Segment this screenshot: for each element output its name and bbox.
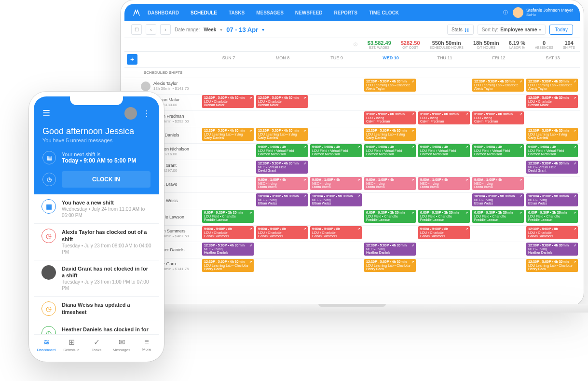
day-header[interactable]: FRI 12 — [472, 52, 526, 67]
day-cell[interactable]: ⇗ 12:30P - 5:00P • 4h 30minLDU Learning … — [526, 78, 580, 94]
day-cell[interactable] — [310, 95, 364, 110]
day-cell[interactable] — [364, 193, 418, 209]
day-cell[interactable]: ⇗ 12:30P - 5:00P • 8hLDU • CharlotteGalv… — [526, 226, 580, 242]
day-cell[interactable]: ⇗ 9:00P - 1:00A • 4hLDU Field • Virtual … — [526, 144, 580, 160]
day-cell[interactable]: ⇗ 12:30P - 5:00P • 4h 30minLDU Learning … — [364, 78, 418, 94]
day-cell[interactable] — [256, 259, 310, 274]
day-cell[interactable] — [364, 95, 418, 110]
day-cell[interactable]: ⇗ 12:30P - 5:00P • 4h 30minLDU • Charlot… — [526, 95, 580, 110]
day-cell[interactable]: ⇗ 9:00A - 5:00P • 8hLDU • CharlotteGalvi… — [418, 226, 472, 242]
nav-tab-tasks[interactable]: TASKS — [228, 4, 246, 21]
day-header[interactable]: WED 10 — [364, 52, 418, 67]
day-cell[interactable] — [202, 144, 256, 160]
select-all-checkbox[interactable]: ☐ — [131, 24, 142, 35]
day-cell[interactable]: ⇗ 3:30P - 9:00P • 6h 30minLDU • IrvingCa… — [418, 111, 472, 127]
day-cell[interactable]: ⇗ 12:30P - 5:00P • 4h 30minLDU • Charlot… — [202, 95, 256, 110]
shift-card[interactable]: ⇗ 12:30P - 5:00P • 8hLDU • CharlotteGalv… — [526, 226, 578, 239]
day-cell[interactable] — [310, 127, 364, 143]
nav-tab-newsfeed[interactable]: NEWSFEED — [294, 4, 324, 21]
day-cell[interactable] — [256, 209, 310, 225]
today-button[interactable]: Today — [549, 25, 573, 35]
day-cell[interactable] — [202, 160, 256, 176]
day-cell[interactable] — [310, 242, 364, 258]
day-cell[interactable] — [526, 177, 580, 192]
day-header[interactable]: TUE 9 — [310, 52, 364, 67]
stats-toggle[interactable]: Stats ⫿⫿ — [447, 25, 474, 35]
day-cell[interactable] — [256, 242, 310, 258]
shift-card[interactable]: ⇗ 3:30P - 9:00P • 6h 30minLDU • IrvingCa… — [472, 111, 524, 124]
more-icon[interactable]: ⋮ — [143, 109, 150, 118]
day-cell[interactable] — [418, 78, 472, 94]
shift-card[interactable]: ⇗ 12:30P - 5:00P • 4h 30minLDU Learning … — [364, 259, 416, 272]
day-cell[interactable] — [418, 127, 472, 143]
day-cell[interactable]: ⇗ 9:00A - 1:00P • 4hNEO • IrvingDiana Br… — [364, 177, 418, 192]
shift-card[interactable]: ⇗ 12:30P - 5:00P • 4h 30minLDU Learning … — [364, 128, 416, 141]
shift-card[interactable]: ⇗ 12:30P - 5:00P • 4h 30minLDU Learning … — [202, 128, 254, 141]
day-cell[interactable] — [418, 160, 472, 176]
day-cell[interactable]: ⇗ 12:30P - 5:00P • 4h 30minNEO • IrvingH… — [202, 242, 256, 258]
feed-item[interactable]: David Grant has not clocked in for a shi… — [34, 260, 159, 297]
day-cell[interactable]: ⇗ 10:00A - 3:30P • 5h 30minNEO • IrvingE… — [256, 193, 310, 209]
shift-card[interactable]: ⇗ 12:30P - 5:00P • 4h 30minLDU Learning … — [202, 259, 254, 272]
day-cell[interactable]: ⇗ 9:00P - 1:00A • 4hLDU Field • Virtual … — [256, 144, 310, 160]
day-cell[interactable] — [472, 242, 526, 258]
phone-tab-dashboard[interactable]: ≋Dashboard — [34, 338, 59, 352]
shift-card[interactable]: ⇗ 9:00P - 1:00A • 4hLDU Field • Virtual … — [256, 144, 308, 157]
shift-card[interactable]: ⇗ 9:00P - 1:00A • 4hLDU Field • Virtual … — [364, 144, 416, 157]
shift-card[interactable]: ⇗ 12:30P - 5:00P • 4h 30minLDU Learning … — [526, 259, 578, 272]
shift-card[interactable]: ⇗ 12:30P - 5:00P • 4h 30minLDU Learning … — [256, 128, 308, 141]
day-cell[interactable]: ⇗ 12:30P - 5:00P • 4h 30minNEO • Virtual… — [256, 160, 310, 176]
shift-card[interactable]: ⇗ 9:00A - 1:00P • 4hNEO • IrvingDiana Br… — [418, 177, 470, 190]
day-cell[interactable]: ⇗ 12:30P - 5:00P • 4h 30minLDU Learning … — [526, 127, 580, 143]
day-cell[interactable]: ⇗ 12:30P - 5:00P • 4h 30minNEO • IrvingH… — [526, 242, 580, 258]
shift-card[interactable]: ⇗ 9:00A - 5:00P • 8hLDU • CharlotteGalvi… — [418, 226, 470, 239]
shift-card[interactable]: ⇗ 12:30P - 5:00P • 4h 30minLDU • Charlot… — [526, 95, 578, 108]
day-cell[interactable] — [202, 111, 256, 127]
day-cell[interactable]: ⇗ 9:00A - 1:00P • 4hNEO • IrvingDiana Br… — [256, 177, 310, 192]
day-cell[interactable]: ⇗ 12:30P - 5:00P • 4h 30minLDU Learning … — [526, 259, 580, 274]
next-week-button[interactable]: › — [160, 24, 171, 35]
shift-card[interactable]: ⇗ 3:30P - 9:00P • 6h 30minLDU • IrvingCa… — [418, 111, 470, 124]
day-cell[interactable] — [202, 193, 256, 209]
shift-card[interactable]: ⇗ 12:30P - 5:00P • 4h 30minLDU • Charlot… — [256, 95, 308, 108]
sort-dropdown[interactable]: Sort by: Employee name ▾ — [478, 25, 546, 35]
shift-card[interactable]: ⇗ 12:30P - 5:00P • 4h 30minLDU • Charlot… — [202, 95, 254, 108]
feed-item[interactable]: ◷ Diana Weiss has updated a timesheet — [34, 297, 159, 321]
day-cell[interactable]: ⇗ 12:30P - 5:00P • 4h 30minLDU Learning … — [202, 127, 256, 143]
day-cell[interactable]: ⇗ 9:00A - 5:00P • 8hLDU • CharlotteGalvi… — [202, 226, 256, 242]
day-cell[interactable] — [364, 226, 418, 242]
day-cell[interactable] — [310, 209, 364, 225]
day-cell[interactable] — [202, 78, 256, 94]
day-cell[interactable] — [310, 111, 364, 127]
day-cell[interactable] — [418, 259, 472, 274]
day-cell[interactable] — [310, 78, 364, 94]
day-cell[interactable] — [310, 259, 364, 274]
day-cell[interactable]: ⇗ 12:30P - 5:00P • 4h 30minLDU Learning … — [256, 127, 310, 143]
day-cell[interactable] — [256, 111, 310, 127]
day-cell[interactable] — [472, 95, 526, 110]
day-cell[interactable]: ⇗ 12:30P - 5:00P • 4h 30minNEO • Virtual… — [526, 160, 580, 176]
day-cell[interactable]: ⇗ 10:00A - 3:30P • 5h 30minNEO • IrvingE… — [472, 193, 526, 209]
day-cell[interactable]: ⇗ 9:00A - 1:00P • 4hNEO • IrvingDiana Br… — [310, 177, 364, 192]
day-cell[interactable] — [472, 160, 526, 176]
day-cell[interactable]: ⇗ 6:00P - 9:30P • 3h 30minLDU Field • Ch… — [202, 209, 256, 225]
day-cell[interactable] — [256, 78, 310, 94]
day-cell[interactable]: ⇗ 10:00A - 3:30P • 5h 30minNEO • IrvingE… — [310, 193, 364, 209]
day-cell[interactable]: ⇗ 3:30P - 9:00P • 6h 30minLDU • IrvingCa… — [472, 111, 526, 127]
day-cell[interactable] — [472, 259, 526, 274]
day-header[interactable]: SAT 13 — [526, 52, 580, 67]
day-cell[interactable]: ⇗ 10:00A - 3:30P • 5h 30minNEO • IrvingE… — [526, 193, 580, 209]
day-cell[interactable] — [526, 111, 580, 127]
shift-card[interactable]: ⇗ 10:00A - 3:30P • 5h 30minNEO • IrvingE… — [526, 193, 578, 206]
feed-item[interactable]: ▦ You have a new shift Wednesday • July … — [34, 194, 159, 224]
avatar[interactable] — [124, 107, 137, 120]
day-cell[interactable]: ⇗ 9:00P - 1:00A • 4hLDU Field • Virtual … — [472, 144, 526, 160]
day-cell[interactable] — [472, 226, 526, 242]
shift-card[interactable]: ⇗ 6:00P - 9:30P • 3h 30minLDU Field • Ch… — [202, 210, 254, 223]
shift-card[interactable]: ⇗ 9:00A - 1:00P • 4hNEO • IrvingDiana Br… — [310, 177, 362, 190]
shift-card[interactable]: ⇗ 12:30P - 5:00P • 4h 30minLDU Learning … — [472, 79, 524, 92]
shift-card[interactable]: ⇗ 6:00P - 9:30P • 3h 30minLDU Field • Ch… — [472, 210, 524, 223]
date-range-text[interactable]: 07 - 13 Apr — [226, 26, 258, 33]
shift-card[interactable]: ⇗ 12:30P - 5:00P • 4h 30minLDU Learning … — [364, 79, 416, 92]
phone-tab-more[interactable]: ≡More — [134, 338, 159, 352]
